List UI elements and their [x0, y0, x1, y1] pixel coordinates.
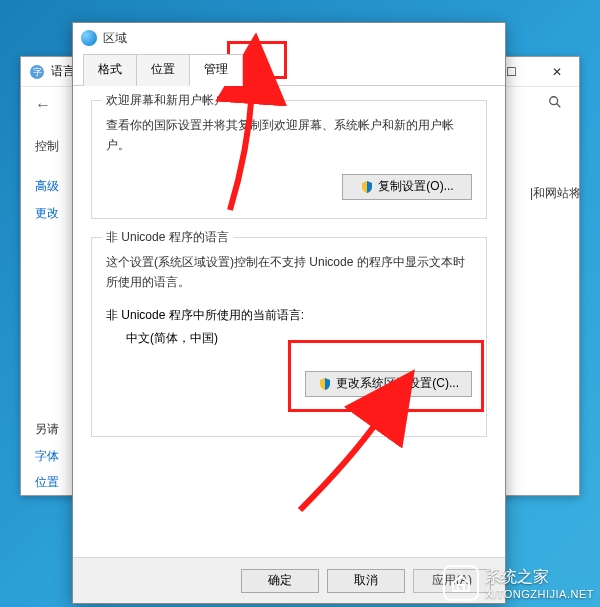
group-desc: 这个设置(系统区域设置)控制在不支持 Unicode 的程序中显示文本时所使用的…	[106, 252, 472, 293]
current-language-label: 非 Unicode 程序中所使用的当前语言:	[106, 307, 472, 324]
copy-settings-button[interactable]: 复制设置(O)...	[342, 174, 472, 200]
shield-icon	[360, 180, 374, 194]
svg-text:字: 字	[33, 67, 42, 77]
tab-administrative[interactable]: 管理	[189, 54, 243, 86]
dialog-button-bar: 确定 取消 应用(A)	[73, 557, 505, 603]
cancel-button[interactable]: 取消	[327, 569, 405, 593]
language-icon: 字	[29, 64, 45, 80]
watermark-logo-icon	[443, 565, 479, 601]
ok-button[interactable]: 确定	[241, 569, 319, 593]
region-dialog: 区域 格式 位置 管理 欢迎屏幕和新用户帐户 查看你的国际设置并将其复制到欢迎屏…	[72, 22, 506, 604]
dialog-body: 欢迎屏幕和新用户帐户 查看你的国际设置并将其复制到欢迎屏幕、系统帐户和新的用户帐…	[73, 86, 505, 557]
search-icon[interactable]	[541, 91, 569, 113]
group-desc: 查看你的国际设置并将其复制到欢迎屏幕、系统帐户和新的用户帐户。	[106, 115, 472, 156]
watermark-name: 系统之家	[485, 568, 549, 585]
tab-location[interactable]: 位置	[136, 54, 190, 86]
dialog-title: 区域	[103, 30, 127, 47]
button-label: 更改系统区域设置(C)...	[336, 375, 459, 392]
group-welcome-screen: 欢迎屏幕和新用户帐户 查看你的国际设置并将其复制到欢迎屏幕、系统帐户和新的用户帐…	[91, 100, 487, 219]
close-button[interactable]: ✕	[534, 57, 579, 87]
svg-point-2	[550, 97, 558, 105]
change-system-locale-button[interactable]: 更改系统区域设置(C)...	[305, 371, 472, 397]
watermark-url: XITONGZHIJIA.NET	[485, 588, 594, 600]
group-title: 非 Unicode 程序的语言	[102, 229, 233, 246]
bg-right-text-fragment: |和网站将	[530, 185, 581, 202]
watermark: 系统之家 XITONGZHIJIA.NET	[443, 565, 594, 601]
group-title: 欢迎屏幕和新用户帐户	[102, 92, 230, 109]
globe-icon	[81, 30, 97, 46]
shield-icon	[318, 377, 332, 391]
button-label: 复制设置(O)...	[378, 178, 453, 195]
dialog-titlebar: 区域	[73, 23, 505, 53]
tab-formats[interactable]: 格式	[83, 54, 137, 86]
dialog-tabs: 格式 位置 管理	[73, 53, 505, 86]
group-non-unicode: 非 Unicode 程序的语言 这个设置(系统区域设置)控制在不支持 Unico…	[91, 237, 487, 437]
svg-line-3	[557, 104, 561, 108]
current-language-value: 中文(简体，中国)	[126, 330, 472, 347]
nav-back-icon[interactable]: ←	[29, 94, 57, 116]
